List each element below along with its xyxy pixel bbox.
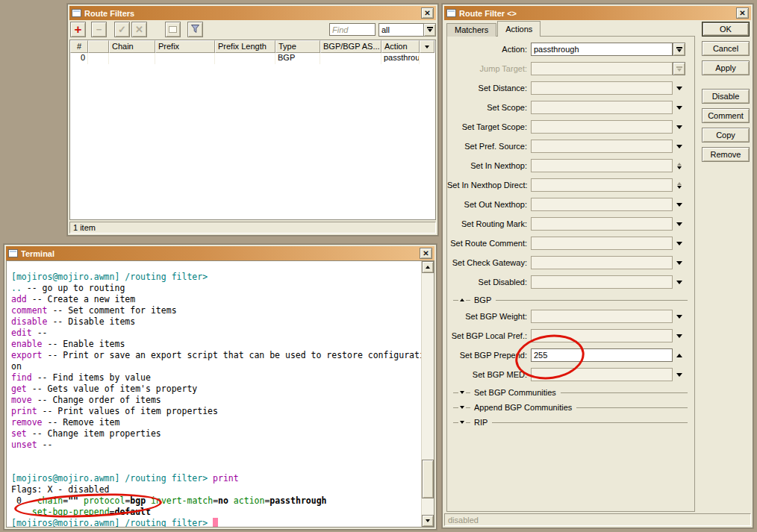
route-filters-titlebar[interactable]: Route Filters ✕ bbox=[69, 6, 436, 20]
column-header[interactable]: BGP/BGP AS... bbox=[320, 40, 381, 53]
field-input[interactable] bbox=[531, 120, 673, 134]
column-header[interactable]: Prefix bbox=[155, 40, 215, 53]
terminal-line bbox=[11, 451, 421, 462]
column-header[interactable]: # bbox=[70, 40, 88, 53]
down-arrow-icon[interactable] bbox=[673, 198, 685, 211]
scrollbar-thumb[interactable] bbox=[422, 460, 434, 498]
updown-arrow-icon[interactable] bbox=[673, 159, 685, 172]
down-arrow-icon[interactable] bbox=[673, 275, 685, 289]
field-input[interactable] bbox=[531, 178, 673, 192]
combo-arrow-icon[interactable] bbox=[673, 43, 685, 56]
down-arrow-icon[interactable] bbox=[673, 237, 685, 250]
down-arrow-icon[interactable] bbox=[673, 120, 685, 134]
comment-button[interactable] bbox=[165, 22, 181, 37]
field-input[interactable]: 255 bbox=[531, 348, 673, 362]
field-input[interactable] bbox=[531, 62, 673, 75]
section-header-append-bgp-communities[interactable]: Append BGP Communities bbox=[453, 402, 688, 413]
copy-button[interactable]: Copy bbox=[702, 128, 750, 143]
section-header-bgp[interactable]: BGP bbox=[453, 295, 688, 305]
field-label: Set In Nexthop Direct: bbox=[447, 181, 531, 190]
down-arrow-icon[interactable] bbox=[673, 140, 685, 153]
close-button[interactable]: ✕ bbox=[421, 7, 434, 19]
add-icon: + bbox=[75, 25, 82, 35]
combo-arrow-icon[interactable] bbox=[673, 62, 685, 75]
cancel-button[interactable]: Cancel bbox=[702, 41, 750, 56]
close-button[interactable]: ✕ bbox=[420, 248, 432, 259]
filter-scope-select[interactable]: all bbox=[378, 23, 436, 37]
remove-icon: − bbox=[96, 25, 102, 35]
table-cell bbox=[320, 53, 381, 64]
form-row: Set Disabled: bbox=[447, 275, 688, 289]
comment-button[interactable]: Comment bbox=[702, 108, 750, 123]
terminal-titlebar[interactable]: Terminal ✕ bbox=[6, 246, 434, 260]
filter-button[interactable] bbox=[187, 22, 203, 37]
terminal-line: 0 chain="" protocol=bgp invert-match=no … bbox=[11, 495, 421, 507]
window-icon bbox=[72, 9, 81, 17]
down-arrow-icon[interactable] bbox=[673, 329, 685, 342]
find-input[interactable] bbox=[329, 23, 376, 36]
column-header[interactable] bbox=[88, 40, 109, 53]
field-input[interactable] bbox=[531, 217, 673, 231]
table-row[interactable]: 0BGPpassthrou... bbox=[70, 53, 435, 64]
item-count-status: 1 item bbox=[69, 222, 436, 234]
down-arrow-icon[interactable] bbox=[673, 256, 685, 269]
close-icon: ✕ bbox=[739, 9, 745, 17]
column-header[interactable]: Chain bbox=[109, 40, 155, 53]
close-button[interactable]: ✕ bbox=[736, 7, 749, 19]
field-input[interactable] bbox=[531, 159, 673, 172]
field-label: Set Pref. Source: bbox=[447, 142, 531, 151]
column-header[interactable]: Type bbox=[275, 40, 320, 53]
field-input[interactable] bbox=[531, 256, 673, 269]
up-arrow-icon[interactable] bbox=[673, 348, 685, 362]
field-label: Set Scope: bbox=[447, 103, 531, 112]
field-input[interactable] bbox=[531, 140, 673, 153]
column-header[interactable]: Action bbox=[381, 40, 420, 53]
form-row: Set BGP Weight: bbox=[447, 310, 688, 323]
form-row: Set Distance: bbox=[447, 81, 688, 95]
down-arrow-icon[interactable] bbox=[673, 310, 685, 323]
field-input[interactable] bbox=[531, 237, 673, 250]
scrollbar-track[interactable] bbox=[422, 273, 434, 515]
down-arrow-icon[interactable] bbox=[673, 101, 685, 114]
tab-matchers[interactable]: Matchers bbox=[446, 23, 496, 37]
terminal-line: set-bgp-prepend=default bbox=[11, 507, 421, 518]
terminal-line: disable -- Disable items bbox=[11, 316, 421, 328]
form-row: Set BGP Prepend:255 bbox=[447, 348, 688, 362]
column-header[interactable]: Prefix Length bbox=[215, 40, 275, 53]
down-arrow-icon[interactable] bbox=[673, 368, 685, 381]
updown-arrow-icon[interactable] bbox=[673, 178, 685, 192]
route-filter-titlebar[interactable]: Route Filter <> ✕ bbox=[444, 6, 751, 20]
remove-button[interactable]: Remove bbox=[702, 147, 750, 162]
field-input[interactable] bbox=[531, 101, 673, 114]
section-header-rip[interactable]: RIP bbox=[453, 417, 688, 428]
section-header-set-bgp-communities[interactable]: Set BGP Communities bbox=[453, 387, 688, 398]
add-button[interactable]: + bbox=[70, 22, 86, 37]
disable-button[interactable]: ✕ bbox=[131, 22, 147, 37]
field-input[interactable] bbox=[531, 275, 673, 289]
form-row: Jump Target: bbox=[447, 62, 688, 75]
window-icon bbox=[8, 249, 18, 257]
field-input[interactable] bbox=[531, 81, 673, 95]
down-arrow-icon[interactable] bbox=[673, 81, 685, 95]
field-input[interactable] bbox=[531, 329, 673, 342]
remove-button[interactable]: − bbox=[91, 22, 107, 37]
disable-button[interactable]: Disable bbox=[702, 89, 750, 104]
field-input[interactable]: passthrough bbox=[531, 43, 673, 56]
ok-button[interactable]: OK bbox=[702, 22, 750, 37]
column-menu-icon[interactable] bbox=[420, 40, 434, 53]
field-input[interactable] bbox=[531, 368, 673, 381]
apply-button[interactable]: Apply bbox=[702, 60, 750, 75]
terminal-output[interactable]: [mojiros@mojiro.awmn] /routing filter>..… bbox=[7, 261, 421, 527]
tab-actions[interactable]: Actions bbox=[497, 21, 541, 37]
form-row: Set Check Gateway: bbox=[447, 256, 688, 269]
enable-button[interactable]: ✓ bbox=[114, 22, 130, 37]
table-cell bbox=[109, 53, 155, 64]
combo-dropdown-icon[interactable] bbox=[423, 23, 436, 37]
scroll-down-icon[interactable] bbox=[422, 515, 434, 527]
field-input[interactable] bbox=[531, 198, 673, 211]
dialog-buttons: OKCancelApplyDisableCommentCopyRemove bbox=[702, 22, 750, 162]
terminal-scrollbar[interactable] bbox=[421, 261, 434, 527]
down-arrow-icon[interactable] bbox=[673, 217, 685, 231]
field-input[interactable] bbox=[531, 310, 673, 323]
scroll-up-icon[interactable] bbox=[422, 261, 434, 273]
